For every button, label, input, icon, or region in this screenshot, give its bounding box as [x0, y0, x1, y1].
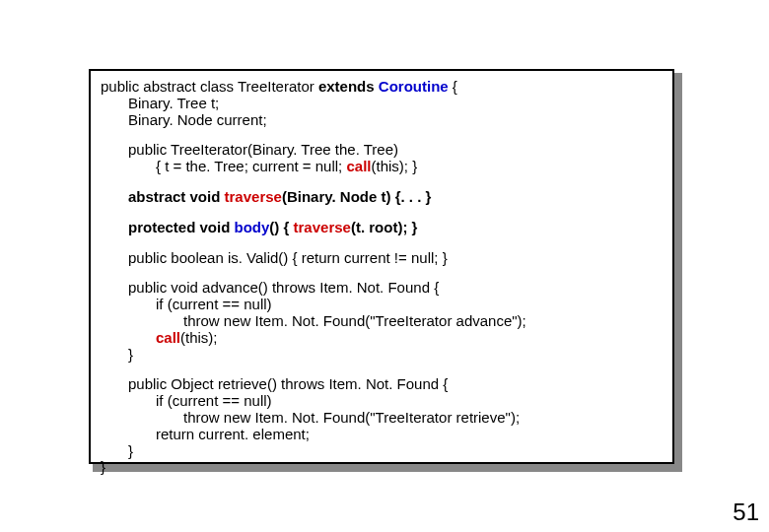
code-text: public Object retrieve() throws Item. No… [128, 375, 448, 392]
code-text: (Binary. Node t) {. . . } [282, 188, 431, 205]
code-text: Binary. Node current; [128, 111, 267, 128]
code-line: { t = the. Tree; current = null; call(th… [101, 159, 663, 175]
code-text: (this); } [371, 158, 417, 174]
code-text: } [101, 458, 105, 475]
code-text: { t = the. Tree; current = null; [156, 158, 346, 174]
code-text: public void advance() throws Item. Not. … [128, 279, 439, 296]
page-number: 51 [733, 499, 759, 526]
method-body: body [235, 219, 270, 235]
keyword-extends: extends [318, 78, 375, 95]
code-text: if (current == null) [156, 392, 272, 409]
keyword-call: call [346, 158, 371, 174]
blank-line [101, 266, 663, 280]
code-text: throw new Item. Not. Found("TreeIterator… [183, 312, 526, 329]
blank-line [101, 175, 663, 189]
code-line: abstract void traverse(Binary. Node t) {… [101, 189, 663, 206]
code-line: if (current == null) [101, 393, 663, 410]
blank-line [101, 128, 663, 142]
code-line: call(this); [101, 330, 663, 347]
method-traverse: traverse [225, 188, 282, 205]
code-line: if (current == null) [101, 297, 663, 313]
code-text: (t. root); } [351, 219, 417, 235]
code-line: return current. element; [101, 427, 663, 443]
code-line: throw new Item. Not. Found("TreeIterator… [101, 313, 663, 330]
code-text: { [449, 78, 457, 95]
code-line: } [101, 443, 663, 460]
blank-line [101, 363, 663, 376]
code-line: public Object retrieve() throws Item. No… [101, 376, 663, 393]
code-text: } [128, 346, 133, 363]
blank-line [101, 236, 663, 250]
code-text: public boolean is. Valid() { return curr… [128, 249, 448, 266]
code-text: public TreeIterator(Binary. Tree the. Tr… [128, 141, 398, 158]
code-text: if (current == null) [156, 296, 272, 312]
code-line: protected void body() { traverse(t. root… [101, 220, 663, 236]
code-text: protected void [128, 219, 235, 235]
method-traverse: traverse [294, 219, 351, 235]
code-text: return current. element; [156, 426, 310, 442]
code-line: throw new Item. Not. Found("TreeIterator… [101, 410, 663, 427]
code-text: () { [269, 219, 293, 235]
code-line: } [101, 347, 663, 364]
code-text: } [128, 442, 133, 459]
code-text: Binary. Tree t; [128, 95, 219, 111]
class-coroutine: Coroutine [379, 78, 449, 95]
code-text: (this); [180, 329, 218, 346]
code-line: public abstract class TreeIterator exten… [101, 79, 663, 96]
keyword-call: call [156, 329, 180, 346]
code-box: public abstract class TreeIterator exten… [89, 69, 674, 464]
code-text: abstract void [128, 188, 225, 205]
code-line: } [101, 459, 663, 476]
code-line: public TreeIterator(Binary. Tree the. Tr… [101, 142, 663, 159]
blank-line [101, 206, 663, 220]
code-line: public boolean is. Valid() { return curr… [101, 250, 663, 267]
code-line: Binary. Tree t; [101, 96, 663, 112]
code-line: Binary. Node current; [101, 112, 663, 129]
code-line: public void advance() throws Item. Not. … [101, 280, 663, 297]
code-text: public abstract class TreeIterator [101, 78, 318, 95]
code-text: throw new Item. Not. Found("TreeIterator… [183, 409, 520, 426]
